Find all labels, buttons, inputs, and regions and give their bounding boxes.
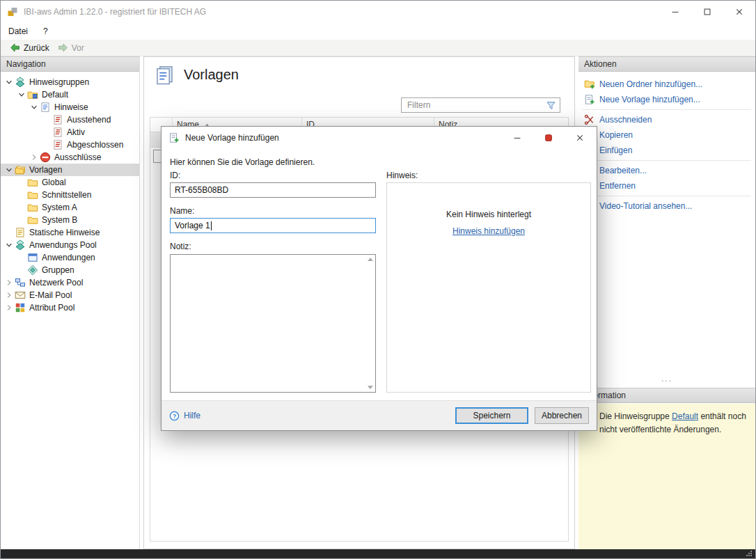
- filter-icon[interactable]: [546, 100, 556, 111]
- completed-hints-icon: [52, 139, 63, 150]
- tree-item-label: Attribut Pool: [29, 303, 74, 313]
- tree-item-system-a[interactable]: System A: [1, 201, 139, 214]
- id-label: ID:: [170, 171, 180, 180]
- action-edit[interactable]: Bearbeiten...: [578, 163, 755, 178]
- help-icon: [169, 411, 180, 421]
- action-paste[interactable]: Einfügen: [578, 143, 755, 158]
- chevron-down-icon[interactable]: [5, 166, 13, 174]
- separator: [583, 109, 751, 110]
- tree-item-email-pool[interactable]: E-Mail Pool: [1, 289, 139, 301]
- tree-item-netzwerk-pool[interactable]: Netzwerk Pool: [1, 276, 139, 289]
- chevron-right-icon[interactable]: [5, 304, 13, 312]
- tree-item-global[interactable]: Global: [1, 176, 139, 189]
- notiz-label: Notiz:: [170, 242, 191, 251]
- chevron-down-icon[interactable]: [30, 103, 38, 111]
- hints-icon: [40, 102, 51, 113]
- menu-datei[interactable]: Datei: [1, 22, 36, 40]
- tree-item-hinweise[interactable]: Hinweise: [1, 101, 139, 113]
- tree-item-label: Ausschlüsse: [54, 152, 101, 162]
- menu-help[interactable]: ?: [36, 22, 56, 40]
- close-icon: [734, 7, 744, 17]
- minimize-button[interactable]: [659, 1, 691, 22]
- notiz-field[interactable]: [171, 255, 375, 392]
- action-cut[interactable]: Ausschneiden: [578, 112, 755, 127]
- back-label: Zurück: [24, 43, 49, 53]
- tree-item-aktiv[interactable]: Aktiv: [1, 126, 139, 139]
- chevron-right-icon[interactable]: [30, 153, 38, 162]
- filter-input[interactable]: [402, 100, 546, 110]
- folder-icon: [27, 177, 38, 188]
- help-link[interactable]: Hilfe: [169, 411, 200, 421]
- title-bar: IBI-aws Admin 1.22.0 - registriert für I…: [1, 1, 755, 22]
- tree-item-system-b[interactable]: System B: [1, 214, 139, 226]
- tree-item-label: Schnittstellen: [42, 190, 91, 200]
- back-button[interactable]: Zurück: [6, 40, 54, 56]
- chevron-down-icon[interactable]: [5, 78, 13, 86]
- dialog-maximize-button[interactable]: [539, 130, 558, 145]
- pending-hints-icon: [52, 114, 63, 125]
- chevron-right-icon[interactable]: [5, 278, 13, 287]
- tree-item-default[interactable]: Default: [1, 88, 139, 101]
- exclusions-icon: [40, 152, 51, 163]
- actions-list: Neuen Ordner hinzufügen... Neue Vorlage …: [578, 72, 755, 214]
- action-video-tutorial[interactable]: Video-Tutorial ansehen...: [578, 198, 755, 214]
- name-field[interactable]: Vorlage 1: [170, 218, 376, 233]
- navigation-tree: Hinweisgruppen Default Hinweise Ausstehe…: [1, 72, 139, 314]
- tree-item-gruppen[interactable]: Gruppen: [1, 264, 139, 276]
- tree-item-abgeschlossen[interactable]: Abgeschlossen: [1, 139, 139, 151]
- id-field[interactable]: [170, 182, 376, 198]
- maximize-button[interactable]: [691, 1, 723, 22]
- cancel-button[interactable]: Abbrechen: [535, 407, 589, 424]
- filter-box: [401, 97, 560, 113]
- new-template-icon: [584, 94, 595, 105]
- close-button[interactable]: [723, 1, 755, 22]
- tree-item-label: E-Mail Pool: [29, 290, 72, 300]
- email-pool-icon: [15, 290, 26, 301]
- tree-item-statische-hinweise[interactable]: Statische Hinweise: [1, 226, 139, 239]
- information-header: Information: [578, 388, 755, 403]
- action-copy[interactable]: Kopieren: [578, 127, 755, 143]
- menu-bar: Datei ?: [1, 22, 755, 40]
- tree-item-ausschluesse[interactable]: Ausschlüsse: [1, 151, 139, 164]
- chevron-down-icon[interactable]: [17, 90, 26, 99]
- text-caret: [211, 221, 212, 230]
- folder-icon: [27, 214, 38, 226]
- page-header: Vorlagen: [155, 65, 239, 85]
- forward-button[interactable]: Vor: [54, 40, 88, 56]
- hinweis-empty-text: Kein Hinweis hinterlegt: [446, 210, 531, 219]
- tree-item-label: System A: [42, 203, 77, 212]
- tree-item-vorlagen[interactable]: Vorlagen: [1, 164, 139, 176]
- maximize-red-icon: [544, 133, 553, 143]
- scroll-down-icon[interactable]: [368, 386, 373, 389]
- folder-icon: [27, 202, 38, 213]
- tree-item-attribut-pool[interactable]: Attribut Pool: [1, 301, 139, 314]
- page-title: Vorlagen: [184, 67, 239, 83]
- default-group-link[interactable]: Default: [672, 411, 698, 421]
- tree-item-label: Hinweise: [54, 102, 88, 112]
- actions-header: Aktionen: [578, 56, 755, 72]
- tree-item-ausstehend[interactable]: Ausstehend: [1, 113, 139, 126]
- dialog-footer: Hilfe Speichern Abbrechen: [162, 400, 597, 430]
- navigation-panel: Navigation Hinweisgruppen Default Hinwei…: [1, 56, 140, 549]
- tree-item-hinweisgruppen[interactable]: Hinweisgruppen: [1, 76, 139, 88]
- scroll-up-icon[interactable]: [368, 258, 373, 261]
- resize-grip[interactable]: [746, 551, 753, 557]
- action-remove[interactable]: Entfernen: [578, 178, 755, 194]
- dialog-close-button[interactable]: [570, 130, 590, 145]
- tree-item-schnittstellen[interactable]: Schnittstellen: [1, 189, 139, 201]
- action-new-folder[interactable]: Neuen Ordner hinzufügen...: [578, 77, 755, 92]
- arrow-right-icon: [58, 42, 68, 53]
- action-new-template[interactable]: Neue Vorlage hinzufügen...: [578, 92, 755, 107]
- hinweis-box: Kein Hinweis hinterlegt Hinweis hinzufüg…: [386, 182, 591, 393]
- actions-overflow-ellipsis: ...: [578, 374, 755, 384]
- save-button[interactable]: Speichern: [455, 407, 528, 424]
- tree-item-anwendungen[interactable]: Anwendungen: [1, 251, 139, 264]
- minimize-icon: [512, 133, 522, 143]
- tree-item-anwendungs-pool[interactable]: Anwendungs Pool: [1, 239, 139, 251]
- tree-item-label: Anwendungs Pool: [29, 240, 97, 250]
- dialog-minimize-button[interactable]: [507, 130, 527, 145]
- add-hinweis-link[interactable]: Hinweis hinzufügen: [452, 226, 525, 236]
- chevron-right-icon[interactable]: [5, 291, 13, 299]
- information-text: Die Hinweisgruppe: [599, 411, 672, 421]
- chevron-down-icon[interactable]: [5, 241, 13, 249]
